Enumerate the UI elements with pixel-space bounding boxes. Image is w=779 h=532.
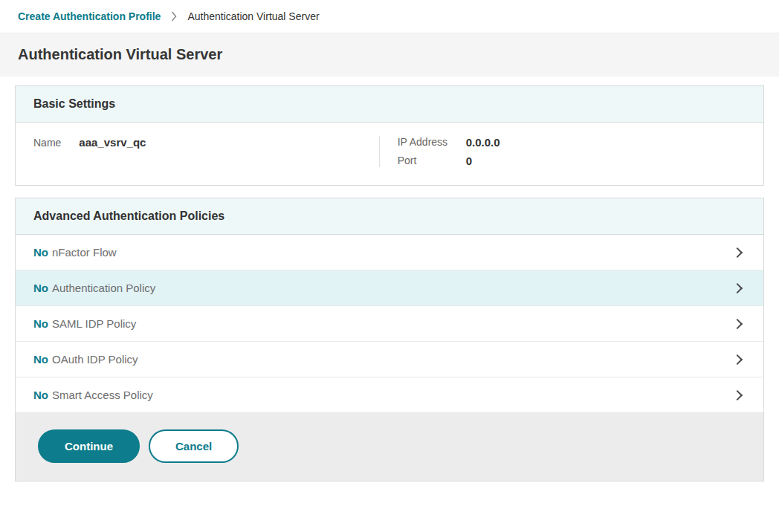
port-label: Port <box>398 155 466 167</box>
basic-settings-card: Basic Settings Name aaa_vsrv_qc IP Addre… <box>15 85 764 186</box>
chevron-right-icon <box>732 318 743 328</box>
policy-row-label: NoAuthentication Policy <box>33 282 155 294</box>
address-field-group: IP Address 0.0.0.0 Port 0 <box>379 136 746 167</box>
name-field-group: Name aaa_vsrv_qc <box>33 136 379 167</box>
ip-address-label: IP Address <box>398 136 466 149</box>
page-title-bar: Authentication Virtual Server <box>0 33 779 77</box>
advanced-policies-header: Advanced Authentication Policies <box>16 198 763 235</box>
chevron-separator-icon <box>171 11 177 22</box>
footer-action-bar: Continue Cancel <box>16 413 763 481</box>
chevron-right-icon <box>732 354 743 364</box>
policy-name: nFactor Flow <box>52 246 117 259</box>
policy-count: No <box>33 353 48 366</box>
ip-address-value: 0.0.0.0 <box>466 136 746 149</box>
policy-row-oauth-idp-policy[interactable]: NoOAuth IDP Policy <box>16 342 763 377</box>
chevron-right-icon <box>732 247 743 257</box>
breadcrumb-link-create-authentication-profile[interactable]: Create Authentication Profile <box>18 10 161 22</box>
advanced-policies-card: Advanced Authentication Policies NonFact… <box>15 198 764 481</box>
policy-row-label: NoSAML IDP Policy <box>33 317 136 330</box>
policy-count: No <box>33 282 48 294</box>
policy-count: No <box>33 389 48 401</box>
chevron-right-icon <box>732 282 743 293</box>
policy-row-label: NoOAuth IDP Policy <box>33 353 138 366</box>
name-value: aaa_vsrv_qc <box>79 136 146 149</box>
policy-row-authentication-policy[interactable]: NoAuthentication Policy <box>16 270 763 306</box>
policy-row-label: NonFactor Flow <box>33 246 117 259</box>
policy-name: Authentication Policy <box>52 282 155 294</box>
policy-name: Smart Access Policy <box>52 389 153 401</box>
policy-row-saml-idp-policy[interactable]: NoSAML IDP Policy <box>16 306 763 342</box>
page-title: Authentication Virtual Server <box>18 46 761 63</box>
policy-count: No <box>33 246 48 259</box>
breadcrumb: Create Authentication Profile Authentica… <box>0 0 779 33</box>
basic-settings-content: Name aaa_vsrv_qc IP Address 0.0.0.0 Port… <box>16 123 763 185</box>
continue-button[interactable]: Continue <box>38 429 140 463</box>
policy-name: SAML IDP Policy <box>52 317 136 330</box>
chevron-right-icon <box>732 389 743 400</box>
main-content: Basic Settings Name aaa_vsrv_qc IP Addre… <box>0 77 779 481</box>
name-label: Name <box>33 136 61 149</box>
policy-name: OAuth IDP Policy <box>52 353 138 366</box>
policy-row-smart-access-policy[interactable]: NoSmart Access Policy <box>16 377 763 413</box>
port-value: 0 <box>466 155 746 167</box>
breadcrumb-current-page: Authentication Virtual Server <box>187 10 319 22</box>
cancel-button[interactable]: Cancel <box>149 429 239 463</box>
basic-settings-header: Basic Settings <box>16 86 763 123</box>
policy-count: No <box>33 317 48 330</box>
policy-row-nfactor-flow[interactable]: NonFactor Flow <box>16 235 763 270</box>
policy-row-label: NoSmart Access Policy <box>33 389 153 401</box>
